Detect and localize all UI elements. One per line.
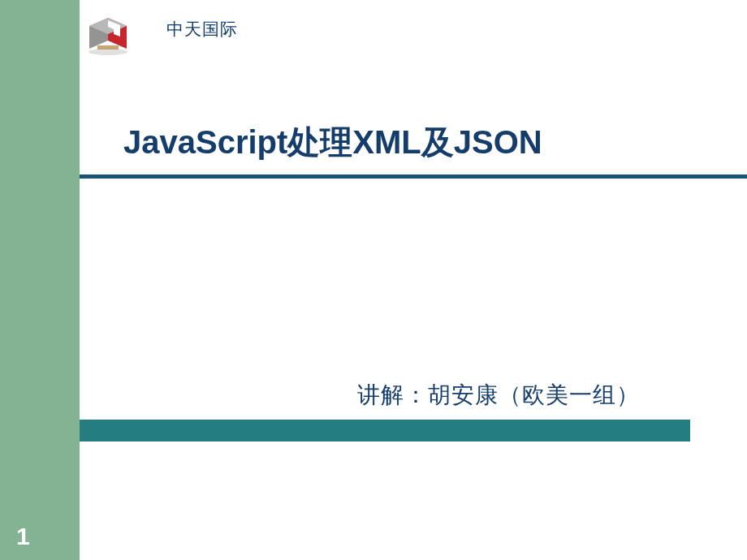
company-name: 中天国际	[166, 18, 238, 41]
presenter-info: 讲解：胡安康（欧美一组）	[357, 380, 640, 411]
title-underline	[80, 174, 747, 179]
svg-point-4	[89, 49, 127, 55]
decorative-bar	[80, 420, 690, 442]
sidebar-decoration	[0, 0, 80, 560]
slide-title-container: JavaScript处理XML及JSON	[123, 120, 542, 165]
svg-rect-5	[97, 45, 119, 50]
page-number: 1	[16, 523, 30, 550]
slide-title: JavaScript处理XML及JSON	[123, 120, 542, 165]
company-logo	[80, 10, 153, 58]
